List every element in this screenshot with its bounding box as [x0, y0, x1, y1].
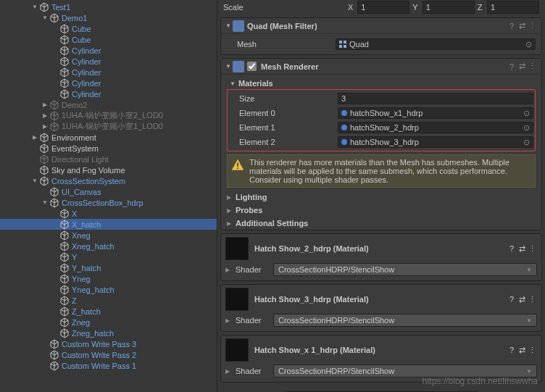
hierarchy-item[interactable]: ▼Test1 [0, 1, 217, 12]
hierarchy-item[interactable]: Directional Light [0, 154, 217, 164]
foldout-icon[interactable]: ▶ [225, 267, 236, 273]
mesh-icon [339, 41, 346, 48]
material-header[interactable]: Hatch Show_2_hdrp (Material)?⇄⋮ [221, 234, 541, 263]
menu-icon[interactable]: ⋮ [527, 244, 537, 254]
preset-icon[interactable]: ⇄ [517, 21, 527, 30]
hierarchy-item[interactable]: ▶Demo2 [0, 99, 217, 110]
preset-icon[interactable]: ⇄ [517, 346, 527, 355]
foldout-icon[interactable]: ▶ [41, 101, 49, 108]
material-header[interactable]: Hatch Show_x 1_hdrp (Material)?⇄⋮ [221, 335, 541, 364]
inspector-panel[interactable]: Scale X Y Z ▼ Quad (Mesh Filter) ? ⇄ ⋮ M… [217, 0, 545, 392]
hierarchy-item[interactable]: ▶1UHA-锅炉变频小室1_LOD0 [0, 121, 217, 132]
foldout-icon[interactable]: ▶ [41, 123, 49, 130]
foldout-icon[interactable]: ▼ [225, 22, 233, 29]
hierarchy-item[interactable]: Cube [0, 23, 217, 34]
scale-z-input[interactable] [487, 1, 539, 14]
hierarchy-item[interactable]: Zneg_hatch [0, 328, 217, 338]
foldout-icon[interactable]: ▼ [41, 199, 49, 206]
hierarchy-item[interactable]: Custom Write Pass 2 [0, 349, 217, 360]
help-icon[interactable]: ? [507, 346, 517, 354]
hierarchy-item[interactable]: X_hatch [0, 219, 217, 230]
hierarchy-item[interactable]: Cylinder [0, 56, 217, 67]
mesh-renderer-enabled-checkbox[interactable] [247, 62, 257, 71]
hierarchy-item[interactable]: Zneg [0, 317, 217, 328]
materials-foldout[interactable]: ▼Materials [227, 78, 536, 89]
material-icon [341, 110, 347, 116]
hierarchy-item[interactable]: ▼Demo1 [0, 12, 217, 23]
hierarchy-item[interactable]: Z_hatch [0, 306, 217, 317]
hierarchy-item[interactable]: Xneg [0, 230, 217, 241]
material-object-field[interactable]: hatchShow_x1_hdrp⊙ [338, 107, 533, 119]
probes-foldout[interactable]: ▶Probes [221, 204, 541, 217]
foldout-icon[interactable]: ▼ [30, 4, 39, 10]
hierarchy-item-label: Custom Write Pass 1 [62, 362, 136, 370]
shader-dropdown[interactable]: CrossSectionHDRP/StencilShow▼ [273, 314, 537, 327]
material-header[interactable]: Hatch Show_3_hdrp (Material)?⇄⋮ [221, 285, 541, 314]
menu-icon[interactable]: ⋮ [527, 295, 537, 304]
material-inspector-card: Hatch Show_2_hdrp (Material)?⇄⋮▶ShaderCr… [220, 233, 542, 281]
hierarchy-item[interactable]: Custom Write Pass 3 [0, 338, 217, 349]
menu-icon[interactable]: ⋮ [527, 346, 537, 355]
hierarchy-item[interactable]: UI_Canvas [0, 186, 217, 197]
foldout-icon[interactable]: ▼ [30, 178, 39, 184]
preset-icon[interactable]: ⇄ [517, 244, 527, 254]
foldout-icon[interactable]: ▶ [225, 368, 236, 375]
shader-dropdown[interactable]: CrossSectionHDRP/StencilShow▼ [273, 263, 537, 276]
scale-y-input[interactable] [423, 1, 475, 14]
material-object-field[interactable]: hatchShow_2_hdrp⊙ [338, 122, 533, 133]
object-picker-icon[interactable]: ⊙ [521, 138, 531, 147]
hierarchy-item[interactable]: EventSystem [0, 143, 217, 154]
hierarchy-item[interactable]: Cylinder [0, 78, 217, 88]
foldout-icon[interactable]: ▶ [225, 317, 236, 324]
hierarchy-item[interactable]: Custom Write Pass 1 [0, 360, 217, 371]
svg-rect-0 [339, 41, 342, 43]
svg-rect-4 [237, 163, 238, 167]
hierarchy-item[interactable]: ▶1UHA-锅炉变频小室2_LOD0 [0, 110, 217, 121]
object-picker-icon[interactable]: ⊙ [521, 123, 531, 133]
mesh-filter-header[interactable]: ▼ Quad (Mesh Filter) ? ⇄ ⋮ [221, 18, 541, 34]
additional-settings-foldout[interactable]: ▶Additional Settings [221, 217, 541, 230]
object-picker-icon[interactable]: ⊙ [523, 40, 533, 49]
help-icon[interactable]: ? [507, 62, 517, 71]
hierarchy-item-label: Cube [72, 25, 91, 33]
menu-icon[interactable]: ⋮ [527, 21, 537, 30]
mesh-object-field[interactable]: Quad ⊙ [336, 38, 536, 50]
scale-x-input[interactable] [357, 1, 409, 14]
hierarchy-panel[interactable]: ▼Test1▼Demo1CubeCubeCylinderCylinderCyli… [0, 0, 217, 392]
hierarchy-item[interactable]: Y_hatch [0, 262, 217, 273]
materials-size-input[interactable] [338, 93, 533, 104]
hierarchy-item[interactable]: Cylinder [0, 67, 217, 78]
help-icon[interactable]: ? [507, 295, 517, 304]
foldout-icon[interactable]: ▶ [41, 112, 49, 119]
hierarchy-item[interactable]: ▶Environment [0, 132, 217, 143]
shader-dropdown[interactable]: CrossSectionHDRP/StencilShow▼ [273, 364, 537, 378]
hierarchy-item[interactable]: X [0, 208, 217, 219]
hierarchy-item[interactable]: Cube [0, 34, 217, 45]
mesh-filter-component: ▼ Quad (Mesh Filter) ? ⇄ ⋮ Mesh Quad ⊙ [220, 17, 542, 55]
preset-icon[interactable]: ⇄ [517, 295, 527, 304]
hierarchy-item[interactable]: Xneg_hatch [0, 241, 217, 251]
menu-icon[interactable]: ⋮ [527, 62, 537, 71]
hierarchy-item[interactable]: Cylinder [0, 45, 217, 56]
help-icon[interactable]: ? [507, 22, 517, 30]
hierarchy-item[interactable]: Y [0, 251, 217, 262]
hierarchy-item[interactable]: Yneg_hatch [0, 284, 217, 295]
help-icon[interactable]: ? [507, 244, 517, 253]
mesh-label: Mesh [227, 40, 336, 49]
hierarchy-item-label: Z [72, 296, 77, 305]
object-picker-icon[interactable]: ⊙ [521, 109, 531, 118]
foldout-icon[interactable]: ▼ [41, 14, 49, 21]
hierarchy-item[interactable]: Sky and Fog Volume [0, 164, 217, 175]
preset-icon[interactable]: ⇄ [517, 62, 527, 71]
lighting-foldout[interactable]: ▶Lighting [221, 191, 541, 204]
foldout-icon[interactable]: ▼ [225, 63, 233, 70]
hierarchy-item[interactable]: ▼CrossSectionBox_hdrp [0, 197, 217, 208]
hierarchy-item[interactable]: Z [0, 295, 217, 306]
hierarchy-item[interactable]: Yneg [0, 273, 217, 284]
mesh-renderer-header[interactable]: ▼ Mesh Renderer ? ⇄ ⋮ [221, 59, 541, 75]
hierarchy-item-label: Cube [72, 36, 91, 44]
hierarchy-item[interactable]: Cylinder [0, 88, 217, 99]
material-object-field[interactable]: hatchShow_3_hdrp⊙ [338, 136, 533, 148]
hierarchy-item[interactable]: ▼CrossSectionSystem [0, 175, 217, 186]
foldout-icon[interactable]: ▶ [30, 134, 39, 141]
